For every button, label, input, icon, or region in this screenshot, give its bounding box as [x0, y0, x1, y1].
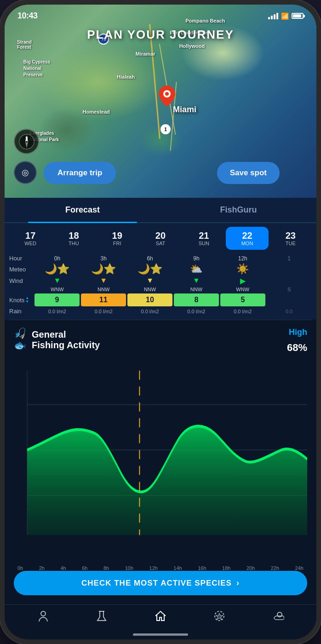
home-indicator	[133, 633, 188, 636]
wind-dir-12: WNW	[220, 287, 265, 292]
fishing-title-block: 🎣 🐟 General Fishing Activity	[14, 328, 100, 351]
arrange-trip-button[interactable]: Arrange trip	[44, 162, 116, 184]
forecast-wind-dir-row: WNW NNW NNW NNW WNW S	[9, 287, 312, 292]
wifi-icon: 📶	[281, 12, 289, 20]
hour-cells: 0h 3h 6h 9h 12h 1	[34, 255, 312, 262]
lab-icon	[95, 610, 108, 626]
meteo-cells: 🌙⭐ 🌙⭐ 🌙⭐ ⛅ ☀️	[34, 263, 312, 275]
meteo-3: 🌙⭐	[81, 263, 126, 275]
map-action-buttons: Arrange trip Save spot	[5, 162, 316, 184]
forecast-rain-row: Rain 0.0 l/m2 0.0 l/m2 0.0 l/m2 0.0 l/m2…	[9, 308, 312, 315]
wind-dir-3: NNW	[81, 287, 126, 292]
status-icons: 📶	[268, 12, 304, 20]
forecast-meteo-row: Meteo 🌙⭐ 🌙⭐ 🌙⭐ ⛅ ☀️	[9, 263, 312, 275]
trophy-icon	[213, 610, 226, 626]
hour-9: 9h	[173, 255, 219, 262]
phone-device: 10:43 📶 75	[0, 0, 321, 644]
wind-label: Wind	[9, 277, 34, 284]
x-label-24h: 24h	[295, 565, 304, 571]
city-label-homestead: Homestead	[83, 109, 110, 115]
date-item-21[interactable]: 21 SUN	[183, 227, 225, 250]
date-item-23[interactable]: 23 TUE	[269, 227, 312, 250]
save-spot-button[interactable]: Save spot	[217, 162, 280, 184]
wind-arrow-15	[266, 276, 312, 285]
rain-12: 0.0 l/m2	[220, 309, 265, 314]
city-label-miramar: Miramar	[136, 51, 155, 57]
knot-12: 5	[220, 293, 265, 306]
tab-fishguru[interactable]: FishGuru	[160, 198, 316, 222]
compass: N	[14, 129, 39, 154]
city-label-bigcypress: Big CypressNationalPreserve	[23, 59, 50, 78]
city-label-hollywood: Hollywood	[179, 43, 205, 49]
map-title: PLAN YOUR JOURNEY	[5, 28, 316, 42]
knots-cells: 9 11 10 8 5	[34, 293, 312, 306]
check-active-species-button[interactable]: CHECK THE MOST ACTIVE SPECIES ›	[14, 571, 307, 595]
x-label-20h: 20h	[246, 565, 255, 571]
hour-12: 12h	[220, 255, 265, 262]
meteo-0: 🌙⭐	[34, 263, 80, 275]
meteo-15	[266, 263, 312, 275]
x-label-2h: 2h	[39, 565, 45, 571]
fishing-rating-label: High	[287, 328, 307, 337]
date-item-19[interactable]: 19 FRI	[96, 227, 138, 250]
meteo-12: ☀️	[220, 263, 265, 275]
fishing-chart: 0h 2h 4h 6h 8h 10h 12h 14h 16h 18h 20h 2…	[14, 359, 307, 564]
date-item-20[interactable]: 20 SAT	[139, 227, 182, 250]
wind-arrow-cells: ▼ ▼ ▼ ▼ ▶	[34, 276, 312, 285]
rain-label: Rain	[9, 308, 34, 315]
wind-dir-0: WNW	[34, 287, 80, 292]
forecast-hour-row: Hour 0h 3h 6h 9h 12h 1	[9, 255, 312, 262]
wind-dir-cells: WNW NNW NNW NNW WNW S	[34, 287, 312, 292]
wind-arrow-0: ▼	[34, 276, 80, 285]
knot-6: 10	[127, 293, 172, 306]
x-label-4h: 4h	[60, 565, 66, 571]
fishing-rating-block: High 68%	[287, 328, 307, 354]
knot-9: 8	[174, 293, 219, 306]
map-section[interactable]: 75 1 Pompano Beach Fort Lauderdale Holly…	[5, 5, 316, 198]
nav-trophy[interactable]	[213, 610, 226, 626]
status-bar: 10:43 📶	[5, 5, 316, 23]
phone-screen: 10:43 📶 75	[5, 5, 316, 639]
nav-guide[interactable]	[37, 610, 50, 626]
home-icon	[154, 610, 167, 626]
knot-15	[267, 293, 312, 306]
fishing-section: 🎣 🐟 General Fishing Activity High 68%	[5, 320, 316, 564]
status-time: 10:43	[17, 11, 38, 21]
forecast-grid: Hour 0h 3h 6h 9h 12h 1 Meteo 🌙⭐ 🌙⭐ 🌙⭐ ⛅	[5, 252, 316, 320]
rain-cells: 0.0 l/m2 0.0 l/m2 0.0 l/m2 0.0 l/m2 0.0 …	[34, 309, 312, 314]
x-label-10h: 10h	[125, 565, 133, 571]
nav-home[interactable]	[154, 610, 167, 626]
cta-arrow-icon: ›	[236, 578, 240, 588]
nav-weather[interactable]	[271, 610, 284, 626]
x-label-12h: 12h	[149, 565, 158, 571]
wind-arrow-3: ▼	[81, 276, 126, 285]
svg-text:N: N	[25, 136, 28, 139]
chart-x-labels: 0h 2h 4h 6h 8h 10h 12h 14h 16h 18h 20h 2…	[14, 564, 307, 571]
svg-point-11	[41, 611, 46, 616]
meteo-6: 🌙⭐	[127, 263, 173, 275]
x-label-22h: 22h	[271, 565, 279, 571]
date-item-18[interactable]: 18 THU	[52, 227, 95, 250]
tab-forecast[interactable]: Forecast	[5, 198, 160, 222]
x-label-0h: 0h	[17, 565, 23, 571]
city-label-hialeah: Hialeah	[117, 74, 135, 80]
date-item-22[interactable]: 22 MON	[226, 227, 268, 250]
rain-15: 0.0	[266, 309, 312, 314]
x-label-14h: 14h	[173, 565, 182, 571]
knot-0: 9	[34, 293, 80, 306]
miami-label: Miami	[173, 105, 196, 115]
fishing-title-text: General Fishing Activity	[32, 329, 100, 351]
fishing-header: 🎣 🐟 General Fishing Activity High 68%	[14, 328, 307, 354]
x-label-18h: 18h	[222, 565, 230, 571]
fishing-hook-icon: 🐟	[14, 339, 26, 351]
fishing-bottle-icon: 🎣	[14, 328, 26, 339]
x-label-6h: 6h	[82, 565, 87, 571]
nav-lab[interactable]	[95, 610, 108, 626]
cta-label: CHECK THE MOST ACTIVE SPECIES	[81, 579, 232, 588]
guide-icon	[37, 610, 50, 626]
fishing-rating-pct: 68%	[287, 337, 307, 354]
date-item-17[interactable]: 17 WED	[9, 227, 52, 250]
svg-marker-14	[216, 613, 223, 620]
wind-arrow-12: ▶	[220, 276, 265, 285]
chart-svg	[14, 359, 307, 564]
